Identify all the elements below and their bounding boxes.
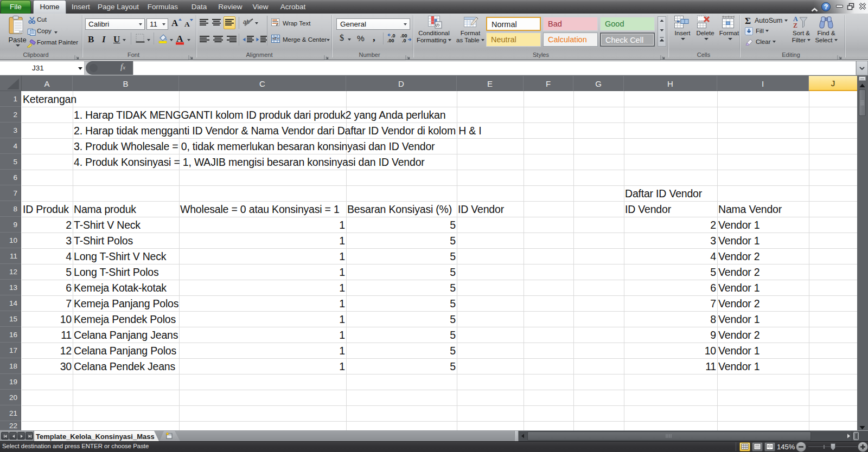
svg-text:.0: .0: [402, 38, 406, 43]
svg-text:.00: .00: [387, 38, 394, 43]
svg-text:a: a: [274, 35, 277, 41]
svg-text:Z: Z: [793, 22, 797, 29]
